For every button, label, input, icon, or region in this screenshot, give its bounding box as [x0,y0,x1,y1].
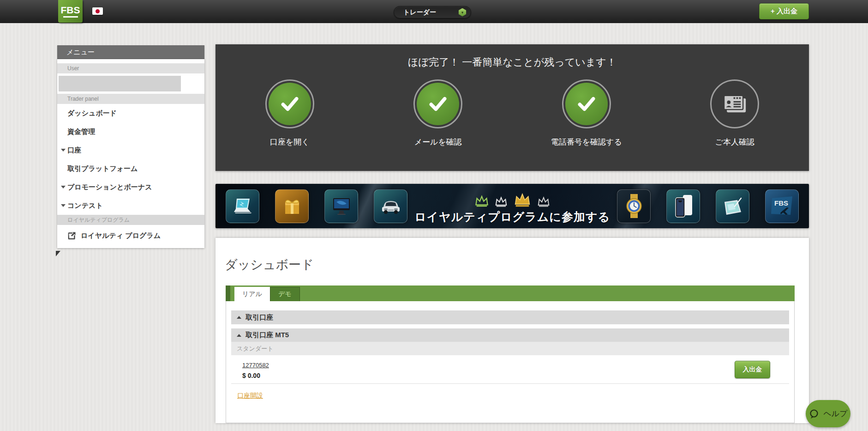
sidebar-item-label: プロモーションとボーナス [67,183,152,192]
account-type-row: スタンダート [231,342,789,355]
step-label: 口座を開く [270,137,310,147]
onboarding-title: ほぼ完了！ 一番簡単なことが残っています！ [216,44,809,69]
user-redacted-box [59,76,181,91]
prize-gift-tile [275,189,309,223]
step-label: メールを確認 [414,137,462,147]
caret-down-icon [61,186,66,188]
prize-fbs-plane-tile: FBS [765,189,799,223]
triangle-up-icon [237,316,241,319]
fbs-logo[interactable]: FBS [58,0,83,23]
check-icon [565,83,608,125]
help-button-label: ヘルプ [823,408,847,419]
user-row [57,73,204,94]
deposit-button-row[interactable]: 入出金 [735,361,770,378]
sidebar-section-trader-panel: Trader panel [57,94,204,104]
sidebar-item-label: 口座 [67,146,81,155]
sidebar-item-label: ダッシュボード [67,109,117,118]
step-ring [413,79,462,128]
tab-demo[interactable]: デモ [270,287,300,301]
accordion-label: 取引口座 MT5 [245,331,289,340]
crown-icon-gold [513,192,532,207]
accounts-panel: 取引口座 取引口座 MT5 スタンダート 12770582 $ 0.00 入出金… [226,301,795,423]
sidebar-section-user: User [57,63,204,73]
triangle-up-icon [237,334,241,337]
sidebar-item-label: ロイヤルティ プログラム [81,231,161,240]
onboarding-step-open-account[interactable]: 口座を開く [216,79,364,147]
step-ring [562,79,611,128]
sidebar-item-platform[interactable]: 取引プラットフォーム [57,159,204,178]
account-row: 12770582 $ 0.00 入出金 [231,355,789,384]
account-number-link[interactable]: 12770582 [242,362,269,369]
prize-tiles-right: FBS [617,189,799,223]
crown-icon-green [474,194,490,207]
prize-watch-tile [617,189,651,223]
sidebar-item-dashboard[interactable]: ダッシュボード [57,104,204,122]
crown-icon-silver-2 [537,196,551,207]
sidebar-section-loyalty: ロイヤルティプログラム [57,215,204,225]
prize-tablet-tile [716,189,749,223]
top-bar: FBS トレーダー ▾ + 入出金 [0,0,868,23]
id-card-icon [713,83,756,125]
external-link-icon [67,231,77,240]
japan-flag-icon[interactable] [92,7,103,15]
dropdown-badge-icon: ▾ [458,8,467,17]
svg-text:FBS: FBS [774,199,788,207]
account-balance: $ 0.00 [242,372,789,379]
accordion-label: 取引口座 [245,313,273,322]
main-content: ほぼ完了！ 一番簡単なことが残っています！ 口座を開く メールを確認 [216,44,809,423]
check-icon [417,83,459,125]
caret-down-icon [61,149,66,152]
sidebar-title: メニュー [57,45,204,59]
step-ring [265,79,314,128]
sidebar-item-accounts[interactable]: 口座 [57,141,204,159]
accordion-trading-accounts-mt5[interactable]: 取引口座 MT5 [231,328,789,342]
tabbar-stripe [226,285,230,301]
onboarding-step-confirm-email[interactable]: メールを確認 [364,79,513,147]
crowns-row [474,188,551,207]
chat-bubble-icon [808,408,820,419]
crown-icon-silver [494,196,508,207]
fbs-logo-text: FBS [61,5,80,15]
prize-tiles-left [226,189,407,223]
chevron-down-icon: ▾ [461,11,464,15]
sidebar-item-funds[interactable]: 資金管理 [57,122,204,141]
promo-center: ロイヤルティプログラムに参加する [407,188,617,225]
sidebar-panel: User Trader panel ダッシュボード 資金管理 口座 取引プラット… [57,59,204,248]
role-dropdown-value: トレーダー [394,8,458,17]
step-ring [710,79,759,128]
step-label: 電話番号を確認する [551,137,622,147]
onboarding-steps: 口座を開く メールを確認 電話番号を確認する [216,79,809,147]
sidebar-item-label: 取引プラットフォーム [67,164,138,173]
promo-banner[interactable]: ロイヤルティプログラムに参加する [216,184,809,228]
onboarding-banner: ほぼ完了！ 一番簡単なことが残っています！ 口座を開く メールを確認 [216,44,809,171]
accordion-trading-accounts[interactable]: 取引口座 [231,310,789,324]
role-dropdown[interactable]: トレーダー ▾ [394,6,471,18]
step-label: ご本人確認 [715,137,754,147]
open-account-link[interactable]: 口座開設 [237,392,263,400]
sidebar-item-loyalty[interactable]: ロイヤルティ プログラム [57,225,204,246]
onboarding-step-identity-verification[interactable]: ご本人確認 [661,79,809,147]
sidebar-corner-decoration [57,251,60,256]
dashboard-card: ダッシュボード リアル デモ 取引口座 取引口座 MT5 スタンダート 1277… [216,238,809,423]
account-tabs: リアル デモ [226,285,795,301]
flag-red-dot [96,9,100,13]
sidebar-item-contests[interactable]: コンテスト [57,196,204,215]
prize-smartphone-tile [666,189,700,223]
sidebar-item-promotions[interactable]: プロモーションとボーナス [57,178,204,196]
fbs-logo-underline [63,16,78,18]
caret-down-icon [61,204,66,207]
prize-car-tile [374,189,407,223]
deposit-button-top[interactable]: + 入出金 [759,3,809,19]
sidebar-item-label: コンテスト [67,201,103,210]
sidebar: メニュー User Trader panel ダッシュボード 資金管理 口座 取… [57,45,204,248]
prize-imac-tile [324,189,358,223]
check-icon [269,83,311,125]
sidebar-item-label: 資金管理 [67,127,95,136]
page-title: ダッシュボード [216,238,809,273]
help-button[interactable]: ヘルプ [806,400,850,427]
onboarding-step-confirm-phone[interactable]: 電話番号を確認する [512,79,661,147]
prize-laptop-tile [226,189,259,223]
tab-real[interactable]: リアル [234,287,270,301]
promo-text: ロイヤルティプログラムに参加する [414,209,610,225]
